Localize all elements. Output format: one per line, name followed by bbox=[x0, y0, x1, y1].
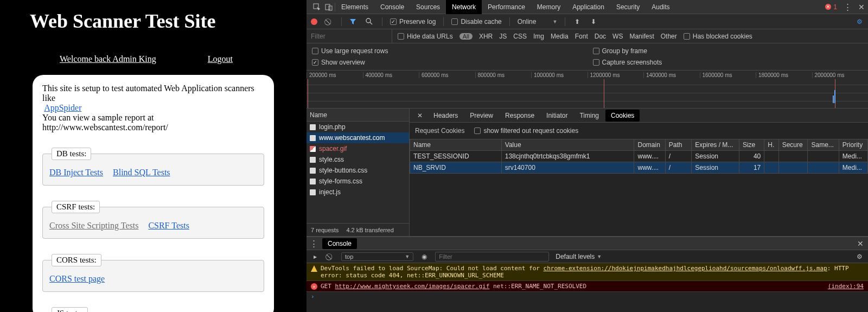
filter-type-media[interactable]: Media bbox=[551, 33, 569, 40]
tab-audits[interactable]: Audits bbox=[646, 0, 675, 14]
filter-icon[interactable] bbox=[349, 18, 358, 25]
warning-link[interactable]: chrome-extension://hdokiejnpimakedhajhdl… bbox=[544, 265, 827, 272]
timeline-tick: 1200000 ms bbox=[588, 72, 644, 78]
record-icon[interactable] bbox=[311, 18, 317, 25]
cookie-col-header[interactable]: Secure bbox=[778, 139, 808, 151]
filter-type-xhr[interactable]: XHR bbox=[479, 33, 493, 40]
close-detail-icon[interactable]: ✕ bbox=[413, 112, 427, 119]
request-list-header[interactable]: Name bbox=[307, 109, 409, 122]
hide-data-urls-checkbox[interactable]: Hide data URLs bbox=[398, 33, 453, 40]
show-overview-checkbox[interactable]: Show overview bbox=[312, 59, 582, 66]
console-filter-input[interactable] bbox=[435, 252, 549, 262]
filter-input[interactable] bbox=[307, 29, 392, 43]
error-link[interactable]: http://www.mightyseek.com/images/spacer.… bbox=[335, 283, 490, 290]
request-item[interactable]: style-forms.css bbox=[307, 176, 409, 187]
show-filtered-checkbox[interactable]: show filtered out request cookies bbox=[474, 127, 578, 135]
filter-type-doc[interactable]: Doc bbox=[595, 33, 606, 40]
request-item[interactable]: style-buttons.css bbox=[307, 165, 409, 176]
cookie-row[interactable]: NB_SRVIDsrv140700www..../Session17Medi..… bbox=[410, 162, 868, 174]
tab-sources[interactable]: Sources bbox=[410, 0, 446, 14]
live-expression-icon[interactable]: ◉ bbox=[420, 253, 429, 260]
error-count-badge[interactable]: ✕1 bbox=[825, 3, 837, 11]
detail-tab-headers[interactable]: Headers bbox=[428, 110, 463, 122]
filter-type-all[interactable]: All bbox=[459, 33, 473, 40]
large-rows-checkbox[interactable]: Use large request rows bbox=[312, 47, 582, 55]
cookie-col-header[interactable]: Priority bbox=[839, 139, 867, 151]
cookie-col-header[interactable]: Path bbox=[665, 139, 692, 151]
file-icon bbox=[310, 168, 316, 174]
console-settings-icon[interactable]: ⚙ bbox=[855, 253, 864, 260]
drawer-more-icon[interactable]: ⋮ bbox=[310, 239, 318, 249]
preserve-log-checkbox[interactable]: Preserve log bbox=[390, 18, 436, 26]
network-timeline[interactable]: 200000 ms 400000 ms 600000 ms 800000 ms … bbox=[307, 71, 868, 109]
throttling-select[interactable]: Online▼ bbox=[518, 18, 558, 26]
filter-type-js[interactable]: JS bbox=[499, 33, 507, 40]
cookie-col-header[interactable]: Size bbox=[739, 139, 764, 151]
cookie-col-header[interactable]: Value bbox=[501, 139, 634, 151]
close-icon[interactable]: ✕ bbox=[858, 3, 865, 11]
settings-icon[interactable]: ⚙ bbox=[855, 18, 864, 26]
detail-tabstrip: ✕ Headers Preview Response Initiator Tim… bbox=[410, 109, 868, 123]
logout-link[interactable]: Logout bbox=[208, 54, 233, 64]
device-icon[interactable] bbox=[323, 3, 335, 11]
blind-sql-link[interactable]: Blind SQL Tests bbox=[113, 168, 170, 177]
csrf-link[interactable]: CSRF Tests bbox=[148, 221, 189, 230]
file-icon bbox=[310, 157, 316, 163]
tab-security[interactable]: Security bbox=[610, 0, 646, 14]
welcome-link[interactable]: Welcome back Admin King bbox=[60, 54, 156, 64]
tab-network[interactable]: Network bbox=[446, 0, 482, 14]
more-icon[interactable]: ⋮ bbox=[844, 2, 852, 12]
detail-tab-cookies[interactable]: Cookies bbox=[605, 110, 640, 122]
search-icon[interactable] bbox=[366, 18, 374, 25]
capture-screenshots-checkbox[interactable]: Capture screenshots bbox=[593, 59, 863, 66]
context-select[interactable]: top▼ bbox=[341, 252, 413, 261]
detail-tab-preview[interactable]: Preview bbox=[464, 110, 499, 122]
cors-page-link[interactable]: CORS test page bbox=[49, 274, 105, 283]
filter-type-css[interactable]: CSS bbox=[513, 33, 527, 40]
cookie-row[interactable]: TEST_SESSIONID138cjnthq0trtcbkqs38gmfmk1… bbox=[410, 151, 868, 162]
filter-type-font[interactable]: Font bbox=[575, 33, 588, 40]
request-item[interactable]: inject.js bbox=[307, 187, 409, 198]
console-sidebar-icon[interactable]: ▸ bbox=[311, 253, 320, 260]
detail-tab-initiator[interactable]: Initiator bbox=[541, 110, 573, 122]
request-item[interactable]: login.php bbox=[307, 122, 409, 132]
network-body: Name login.phpwww.webscantest.comspacer.… bbox=[307, 109, 868, 236]
cookie-col-header[interactable]: Domain bbox=[634, 139, 665, 151]
log-levels-select[interactable]: Default levels▼ bbox=[556, 253, 602, 260]
cookie-col-header[interactable]: H. bbox=[764, 139, 778, 151]
download-icon[interactable]: ⬇ bbox=[589, 18, 598, 26]
clear-icon[interactable]: ⃠ bbox=[325, 18, 334, 26]
request-item[interactable]: spacer.gif bbox=[307, 143, 409, 154]
filter-type-ws[interactable]: WS bbox=[612, 33, 623, 40]
drawer-close-icon[interactable]: ✕ bbox=[857, 239, 864, 248]
db-inject-link[interactable]: DB Inject Tests bbox=[49, 168, 103, 177]
detail-tab-timing[interactable]: Timing bbox=[574, 110, 604, 122]
detail-tab-response[interactable]: Response bbox=[500, 110, 540, 122]
cookie-cell bbox=[764, 162, 778, 174]
filter-type-other[interactable]: Other bbox=[661, 33, 677, 40]
console-prompt[interactable]: › bbox=[307, 292, 868, 301]
has-blocked-checkbox[interactable]: Has blocked cookies bbox=[684, 33, 752, 40]
filter-type-img[interactable]: Img bbox=[533, 33, 544, 40]
filter-type-manifest[interactable]: Manifest bbox=[629, 33, 654, 40]
group-by-frame-checkbox[interactable]: Group by frame bbox=[593, 47, 863, 55]
cookie-col-header[interactable]: Expires / M... bbox=[692, 139, 739, 151]
xss-link[interactable]: Cross Site Scripting Tests bbox=[49, 221, 138, 230]
tab-performance[interactable]: Performance bbox=[482, 0, 531, 14]
cookies-table: NameValueDomainPathExpires / M...SizeH.S… bbox=[410, 139, 868, 174]
tab-memory[interactable]: Memory bbox=[531, 0, 566, 14]
console-clear-icon[interactable]: ⃠ bbox=[326, 253, 335, 260]
tab-elements[interactable]: Elements bbox=[335, 0, 374, 14]
tab-console[interactable]: Console bbox=[374, 0, 410, 14]
inspect-icon[interactable] bbox=[311, 3, 323, 11]
request-item[interactable]: style.css bbox=[307, 154, 409, 165]
cookie-col-header[interactable]: Name bbox=[410, 139, 502, 151]
tab-application[interactable]: Application bbox=[566, 0, 610, 14]
drawer-tab-console[interactable]: Console bbox=[322, 238, 357, 249]
error-source-link[interactable]: (index):94 bbox=[828, 283, 864, 290]
appspider-link[interactable]: AppSpider bbox=[44, 103, 81, 112]
disable-cache-checkbox[interactable]: Disable cache bbox=[451, 18, 501, 26]
upload-icon[interactable]: ⬆ bbox=[573, 18, 582, 26]
cookie-col-header[interactable]: Same... bbox=[808, 139, 839, 151]
request-item[interactable]: www.webscantest.com bbox=[307, 132, 409, 143]
